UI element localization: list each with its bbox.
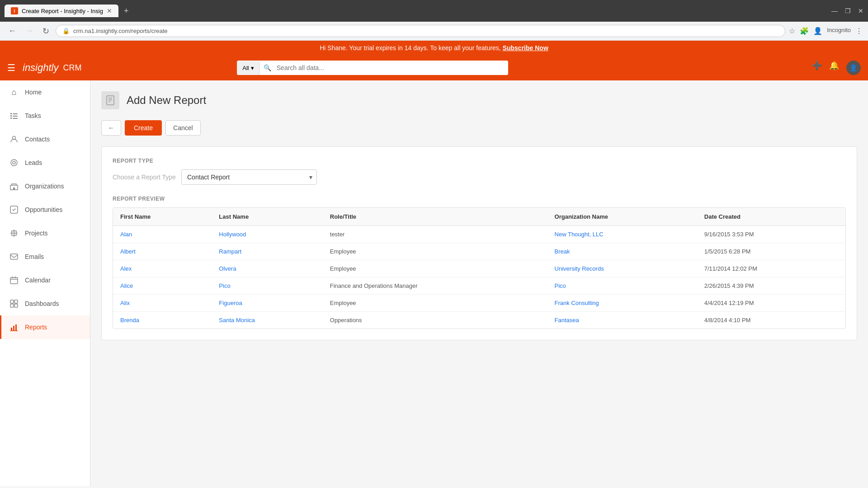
trial-banner: Hi Shane. Your trial expires in 14 days.…: [0, 41, 868, 55]
svg-rect-28: [107, 96, 114, 105]
close-window-button[interactable]: ✕: [858, 7, 863, 14]
url-bar-row: ← → ↻ 🔒 crm.na1.insightly.com/reports/cr…: [0, 22, 868, 41]
cell-last-name: Hollywood: [212, 226, 322, 243]
tasks-icon: [9, 110, 19, 121]
url-actions: ☆ 🧩 👤 Incognito ⋮: [789, 27, 863, 35]
url-bar[interactable]: 🔒 crm.na1.insightly.com/reports/create: [56, 25, 785, 37]
add-new-icon[interactable]: ➕: [812, 61, 822, 75]
rampart-link[interactable]: Rampart: [219, 248, 241, 255]
bookmark-icon[interactable]: ☆: [789, 27, 795, 35]
fantasea-link[interactable]: Fantasea: [555, 317, 579, 324]
frank-consulting-link[interactable]: Frank Consulting: [555, 300, 599, 306]
cell-date: 7/11/2014 12:02 PM: [697, 260, 845, 277]
cell-last-name: Figueroa: [212, 295, 322, 312]
cell-last-name: Olvera: [212, 260, 322, 277]
menu-icon[interactable]: ⋮: [855, 27, 863, 35]
albert-link[interactable]: Albert: [120, 248, 136, 255]
cell-role: Employee: [323, 243, 547, 260]
toolbar: ← Create Cancel: [101, 120, 857, 136]
page-header: Add New Report: [101, 91, 857, 109]
col-header-role: Role/Title: [323, 208, 547, 226]
svg-rect-1: [13, 113, 18, 114]
olvera-link[interactable]: Olvera: [219, 265, 236, 272]
table-row: Alan Hollywood tester New Thought, LLC 9…: [113, 226, 845, 243]
cell-first-name: Alex: [113, 260, 212, 277]
report-type-select[interactable]: Contact Report Lead Report Organization …: [181, 169, 317, 185]
table-row: Brenda Santa Monica Opperations Fantasea…: [113, 312, 845, 329]
sidebar-item-projects[interactable]: Projects: [0, 221, 90, 245]
create-button[interactable]: Create: [125, 120, 162, 136]
profile-icon[interactable]: 👤: [813, 27, 822, 35]
cell-date: 9/16/2015 3:53 PM: [697, 226, 845, 243]
table-header: First Name Last Name Role/Title Organiza…: [113, 208, 845, 226]
col-header-last-name: Last Name: [212, 208, 322, 226]
cell-org: University Records: [547, 260, 697, 277]
search-input[interactable]: [271, 61, 509, 75]
sidebar-label-calendar: Calendar: [25, 277, 51, 284]
sidebar-item-dashboards[interactable]: Dashboards: [0, 292, 90, 315]
search-all-button[interactable]: All ▾: [237, 61, 259, 75]
back-nav-button[interactable]: ←: [5, 24, 19, 38]
pico-link[interactable]: Pico: [219, 282, 230, 289]
sidebar-item-reports[interactable]: Reports: [0, 315, 90, 339]
sidebar-item-calendar[interactable]: Calendar: [0, 268, 90, 292]
header-icons: ➕ 🔔 👤: [812, 61, 861, 75]
svg-point-7: [11, 160, 17, 166]
table-row: Alex Olvera Employee University Records …: [113, 260, 845, 277]
dashboards-icon: [9, 298, 19, 309]
brenda-link[interactable]: Brenda: [120, 317, 139, 324]
sidebar-item-tasks[interactable]: Tasks: [0, 104, 90, 127]
sidebar-label-tasks: Tasks: [25, 112, 41, 119]
minimize-button[interactable]: —: [831, 7, 838, 14]
window-controls: — ❐ ✕: [831, 7, 863, 14]
sidebar-item-emails[interactable]: Emails: [0, 245, 90, 268]
sidebar-item-opportunities[interactable]: Opportunities: [0, 198, 90, 221]
search-all-chevron-icon: ▾: [251, 65, 254, 71]
hollywood-link[interactable]: Hollywood: [219, 231, 246, 238]
cell-first-name: Alan: [113, 226, 212, 243]
pico-org-link[interactable]: Pico: [555, 282, 566, 289]
cell-role: Finance and Operations Manager: [323, 277, 547, 295]
report-type-section-label: REPORT TYPE: [113, 158, 846, 164]
break-link[interactable]: Break: [555, 248, 570, 255]
col-header-org: Organization Name: [547, 208, 697, 226]
svg-rect-5: [13, 118, 18, 119]
cancel-button[interactable]: Cancel: [165, 120, 201, 136]
figueroa-link[interactable]: Figueroa: [219, 300, 242, 306]
hamburger-menu-button[interactable]: ☰: [7, 62, 15, 73]
svg-rect-21: [14, 300, 18, 303]
report-preview-section-label: REPORT PREVIEW: [113, 196, 846, 202]
new-thought-link[interactable]: New Thought, LLC: [555, 231, 604, 238]
svg-rect-10: [13, 188, 15, 190]
tab-close-button[interactable]: ✕: [107, 7, 112, 14]
browser-tab[interactable]: i Create Report - Insightly - Insig ✕: [5, 5, 118, 17]
alix-link[interactable]: Alix: [120, 300, 130, 306]
table-body: Alan Hollywood tester New Thought, LLC 9…: [113, 226, 845, 329]
extension-icon[interactable]: 🧩: [800, 27, 809, 35]
sidebar-label-home: Home: [25, 89, 42, 96]
contacts-icon: [9, 134, 19, 145]
logo-crm: CRM: [63, 63, 81, 73]
new-tab-button[interactable]: +: [124, 6, 129, 16]
notifications-icon[interactable]: 🔔: [829, 61, 839, 75]
maximize-button[interactable]: ❐: [845, 7, 851, 14]
sidebar-label-opportunities: Opportunities: [25, 206, 62, 213]
alan-link[interactable]: Alan: [120, 231, 132, 238]
avatar[interactable]: 👤: [846, 61, 861, 75]
subscribe-now-link[interactable]: Subscribe Now: [503, 44, 548, 52]
cell-date: 4/4/2014 12:19 PM: [697, 295, 845, 312]
sidebar-item-home[interactable]: ⌂ Home: [0, 80, 90, 104]
svg-rect-16: [10, 277, 18, 284]
sidebar-item-organizations[interactable]: Organizations: [0, 174, 90, 198]
table-row: Alice Pico Finance and Operations Manage…: [113, 277, 845, 295]
alex-link[interactable]: Alex: [120, 265, 132, 272]
emails-icon: [9, 251, 19, 262]
refresh-button[interactable]: ↻: [40, 24, 52, 38]
sidebar-item-leads[interactable]: Leads: [0, 151, 90, 174]
santa-monica-link[interactable]: Santa Monica: [219, 317, 255, 324]
university-records-link[interactable]: University Records: [555, 265, 604, 272]
back-button[interactable]: ←: [101, 120, 121, 136]
sidebar-item-contacts[interactable]: Contacts: [0, 127, 90, 151]
alice-link[interactable]: Alice: [120, 282, 133, 289]
forward-nav-button[interactable]: →: [23, 24, 36, 38]
